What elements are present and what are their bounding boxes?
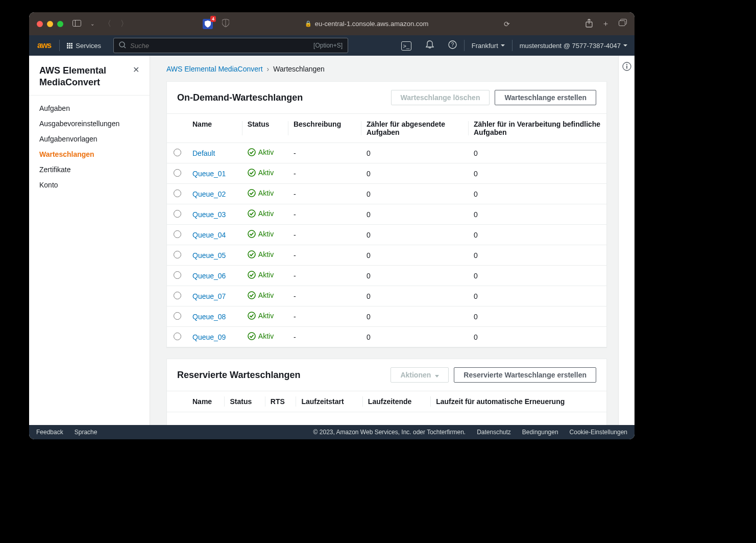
dropdown-chevron-icon[interactable]: ⌄ (90, 21, 94, 27)
status-badge: Aktiv (248, 332, 274, 340)
col-r-renew[interactable]: Laufzeit für automatische Erneuerung (431, 391, 606, 412)
row-select-radio[interactable] (174, 333, 181, 340)
svg-point-21 (248, 312, 255, 319)
back-button[interactable]: 〈 (104, 19, 111, 29)
queue-name-link[interactable]: Queue_01 (192, 170, 226, 178)
col-name[interactable]: Name (187, 114, 242, 143)
cell-submitted: 0 (361, 143, 469, 163)
cloudshell-icon[interactable]: >_ (394, 41, 419, 51)
delete-queue-button[interactable]: Warteschlange löschen (391, 90, 490, 105)
sidebar-close-icon[interactable]: ✕ (133, 65, 139, 75)
row-select-radio[interactable] (174, 190, 181, 197)
reserved-queues-table: Name Status RTS Laufzeitstart Laufzeiten… (167, 391, 606, 412)
share-icon[interactable] (586, 19, 593, 29)
account-menu[interactable]: musterstudent @ 7577-7387-4047 (513, 42, 635, 50)
row-select-radio[interactable] (174, 169, 181, 177)
queue-name-link[interactable]: Queue_02 (192, 190, 226, 198)
privacy-shield-icon[interactable] (222, 19, 229, 29)
cell-submitted: 0 (361, 163, 469, 184)
row-select-radio[interactable] (174, 271, 181, 279)
address-bar[interactable]: 🔒 eu-central-1.console.aws.amazon.com (305, 20, 429, 28)
cell-processing: 0 (469, 184, 606, 204)
cell-processing: 0 (469, 306, 606, 327)
sidebar-item-konto[interactable]: Konto (29, 177, 150, 193)
search-input[interactable] (130, 42, 313, 50)
privacy-link[interactable]: Datenschutz (477, 429, 511, 436)
help-icon[interactable]: ? (441, 40, 464, 51)
queue-name-link[interactable]: Queue_03 (192, 210, 226, 219)
service-sidebar: AWS Elemental MediaConvert ✕ AufgabenAus… (29, 56, 150, 425)
sidebar-item-ausgabevoreinstellungen[interactable]: Ausgabevoreinstellungen (29, 116, 150, 131)
table-row: DefaultAktiv-00 (167, 143, 606, 163)
cell-processing: 0 (469, 163, 606, 184)
col-r-end[interactable]: Laufzeitende (363, 391, 431, 412)
svg-point-15 (248, 190, 255, 197)
cell-submitted: 0 (361, 266, 469, 286)
queue-name-link[interactable]: Queue_04 (192, 231, 226, 239)
info-icon[interactable] (622, 62, 631, 425)
queue-name-link[interactable]: Queue_05 (192, 251, 226, 259)
cell-description: - (288, 184, 361, 204)
col-description[interactable]: Beschreibung (288, 114, 361, 143)
row-select-radio[interactable] (174, 251, 181, 258)
svg-point-16 (248, 210, 255, 217)
ublock-icon[interactable]: 4 (203, 19, 213, 29)
row-select-radio[interactable] (174, 230, 181, 238)
row-select-radio[interactable] (174, 312, 181, 320)
sidebar-item-aufgabenvorlagen[interactable]: Aufgabenvorlagen (29, 131, 150, 147)
browser-window: ⌄ 〈 〉 4 🔒 eu-central-1.console.aws.amazo… (29, 12, 635, 439)
queue-name-link[interactable]: Queue_07 (192, 292, 226, 300)
sidebar-item-aufgaben[interactable]: Aufgaben (29, 101, 150, 116)
language-link[interactable]: Sprache (75, 429, 97, 436)
row-select-radio[interactable] (174, 292, 181, 299)
cell-description: - (288, 327, 361, 347)
window-controls (37, 21, 63, 27)
aws-logo[interactable]: aws (29, 41, 59, 50)
sidebar-toggle-icon[interactable] (72, 19, 81, 28)
reserved-actions-button[interactable]: Aktionen (391, 367, 449, 383)
maximize-window-button[interactable] (57, 21, 63, 27)
col-r-rts[interactable]: RTS (265, 391, 297, 412)
breadcrumb-root[interactable]: AWS Elemental MediaConvert (166, 65, 263, 73)
row-select-radio[interactable] (174, 149, 181, 156)
col-r-name[interactable]: Name (187, 391, 225, 412)
forward-button[interactable]: 〉 (120, 19, 128, 29)
create-reserved-queue-button[interactable]: Reservierte Warteschlange erstellen (454, 367, 596, 383)
feedback-link[interactable]: Feedback (36, 429, 63, 436)
on-demand-queues-table: Name Status Beschreibung Zähler für abge… (167, 113, 606, 347)
queue-name-link[interactable]: Default (192, 149, 215, 157)
sidebar-title: AWS Elemental MediaConvert (39, 65, 133, 88)
col-submitted[interactable]: Zähler für abgesendete Aufgaben (361, 114, 469, 143)
status-badge: Aktiv (248, 209, 274, 218)
sidebar-item-warteschlangen[interactable]: Warteschlangen (29, 147, 150, 162)
terms-link[interactable]: Bedingungen (522, 429, 558, 436)
table-row: Queue_06Aktiv-00 (167, 266, 606, 286)
new-tab-icon[interactable]: ＋ (602, 19, 609, 29)
reserved-title: Reservierte Warteschlangen (177, 370, 300, 381)
queue-name-link[interactable]: Queue_09 (192, 333, 226, 341)
cookies-link[interactable]: Cookie-Einstellungen (570, 429, 627, 436)
reload-button[interactable]: ⟳ (504, 20, 510, 28)
row-select-radio[interactable] (174, 210, 181, 218)
on-demand-title: On-Demand-Warteschlangen (177, 92, 303, 103)
queue-name-link[interactable]: Queue_06 (192, 272, 226, 280)
notifications-icon[interactable] (419, 40, 441, 51)
svg-point-6 (119, 42, 125, 47)
tabs-overview-icon[interactable] (619, 19, 627, 29)
sidebar-item-zertifikate[interactable]: Zertifikate (29, 162, 150, 177)
cell-description: - (288, 163, 361, 184)
col-status[interactable]: Status (242, 114, 288, 143)
col-r-start[interactable]: Laufzeitstart (296, 391, 362, 412)
col-r-status[interactable]: Status (225, 391, 265, 412)
table-row: Queue_01Aktiv-00 (167, 163, 606, 184)
minimize-window-button[interactable] (47, 21, 53, 27)
close-window-button[interactable] (37, 21, 43, 27)
search-box[interactable]: [Option+S] (113, 38, 348, 53)
services-menu[interactable]: Services (60, 42, 108, 50)
queue-name-link[interactable]: Queue_08 (192, 313, 226, 321)
col-processing[interactable]: Zähler für in Verarbeitung befindliche A… (469, 114, 606, 143)
table-row: Queue_05Aktiv-00 (167, 245, 606, 266)
region-selector[interactable]: Frankfurt (465, 42, 512, 50)
status-badge: Aktiv (248, 230, 274, 238)
create-queue-button[interactable]: Warteschlange erstellen (495, 90, 596, 105)
